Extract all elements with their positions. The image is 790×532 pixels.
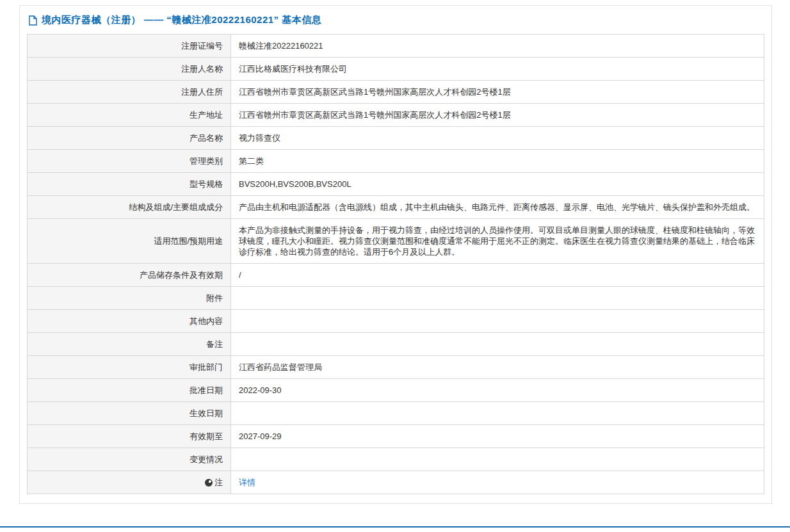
row-value: BVS200H,BVS200B,BVS200L [231, 173, 764, 196]
row-label: 适用范围/预期用途 [28, 219, 231, 264]
row-label: 其他内容 [28, 310, 231, 333]
row-value: 江西比格威医疗科技有限公司 [231, 58, 764, 81]
row-value [231, 333, 764, 356]
table-row: 产品名称 视力筛查仪 [28, 127, 764, 150]
note-icon [205, 479, 213, 487]
row-label-text: 注 [214, 478, 223, 487]
footer-divider [0, 526, 790, 528]
table-row: 备注 [28, 333, 764, 356]
row-label: 有效期至 [28, 425, 231, 448]
document-icon [29, 15, 37, 26]
row-label: 备注 [28, 333, 231, 356]
table-row: 附件 [28, 287, 764, 310]
row-value: / [231, 264, 764, 287]
row-value [231, 448, 764, 471]
table-row: 生产地址 江西省赣州市章贡区高新区武当路1号赣州国家高层次人才科创园2号楼1层 [28, 104, 764, 127]
row-value: 江西省赣州市章贡区高新区武当路1号赣州国家高层次人才科创园2号楼1层 [231, 81, 764, 104]
table-row: 变更情况 [28, 448, 764, 471]
row-label: 生效日期 [28, 402, 231, 425]
row-label: 管理类别 [28, 150, 231, 173]
row-value: 江西省赣州市章贡区高新区武当路1号赣州国家高层次人才科创园2号楼1层 [231, 104, 764, 127]
row-value [231, 287, 764, 310]
row-value: 江西省药品监督管理局 [231, 356, 764, 379]
row-label: 生产地址 [28, 104, 231, 127]
table-row: 审批部门 江西省药品监督管理局 [28, 356, 764, 379]
row-label: 批准日期 [28, 379, 231, 402]
table-row: 产品储存条件及有效期 / [28, 264, 764, 287]
table-row: 型号规格 BVS200H,BVS200B,BVS200L [28, 173, 764, 196]
table-row: 注册证编号 赣械注准20222160221 [28, 35, 764, 58]
row-label: 注册人名称 [28, 58, 231, 81]
row-value [231, 402, 764, 425]
row-value: 第二类 [231, 150, 764, 173]
row-label: 注册人住所 [28, 81, 231, 104]
table-row: 注 详情 [28, 471, 764, 494]
table-row: 有效期至 2027-09-29 [28, 425, 764, 448]
row-value: 赣械注准20222160221 [231, 35, 764, 58]
panel-header: 境内医疗器械（注册） —— “赣械注准20222160221” 基本信息 [20, 6, 771, 34]
table-row: 注册人名称 江西比格威医疗科技有限公司 [28, 58, 764, 81]
row-label: 结构及组成/主要组成成分 [28, 196, 231, 219]
registration-info-table: 注册证编号 赣械注准20222160221 注册人名称 江西比格威医疗科技有限公… [27, 34, 764, 494]
row-value: 2022-09-30 [231, 379, 764, 402]
row-label: 产品名称 [28, 127, 231, 150]
row-label: 审批部门 [28, 356, 231, 379]
row-label: 产品储存条件及有效期 [28, 264, 231, 287]
details-link[interactable]: 详情 [239, 478, 255, 487]
registration-info-panel: 境内医疗器械（注册） —— “赣械注准20222160221” 基本信息 注册证… [19, 5, 772, 504]
row-value: 2027-09-29 [231, 425, 764, 448]
row-label: 附件 [28, 287, 231, 310]
row-label: 型号规格 [28, 173, 231, 196]
table-row: 注册人住所 江西省赣州市章贡区高新区武当路1号赣州国家高层次人才科创园2号楼1层 [28, 81, 764, 104]
table-row: 其他内容 [28, 310, 764, 333]
row-value: 本产品为非接触式测量的手持设备，用于视力筛查，由经过培训的人员操作使用。可双目或… [231, 219, 764, 264]
table-row: 适用范围/预期用途 本产品为非接触式测量的手持设备，用于视力筛查，由经过培训的人… [28, 219, 764, 264]
row-value: 视力筛查仪 [231, 127, 764, 150]
row-label: 注册证编号 [28, 35, 231, 58]
table-row: 管理类别 第二类 [28, 150, 764, 173]
page-title: 境内医疗器械（注册） —— “赣械注准20222160221” 基本信息 [42, 14, 321, 26]
row-label: 变更情况 [28, 448, 231, 471]
row-value: 详情 [231, 471, 764, 494]
table-row: 结构及组成/主要组成成分 产品由主机和电源适配器（含电源线）组成，其中主机由镜头… [28, 196, 764, 219]
row-value: 产品由主机和电源适配器（含电源线）组成，其中主机由镜头、电路元件、距离传感器、显… [231, 196, 764, 219]
row-label: 注 [28, 471, 231, 494]
table-row: 生效日期 [28, 402, 764, 425]
row-value [231, 310, 764, 333]
table-row: 批准日期 2022-09-30 [28, 379, 764, 402]
